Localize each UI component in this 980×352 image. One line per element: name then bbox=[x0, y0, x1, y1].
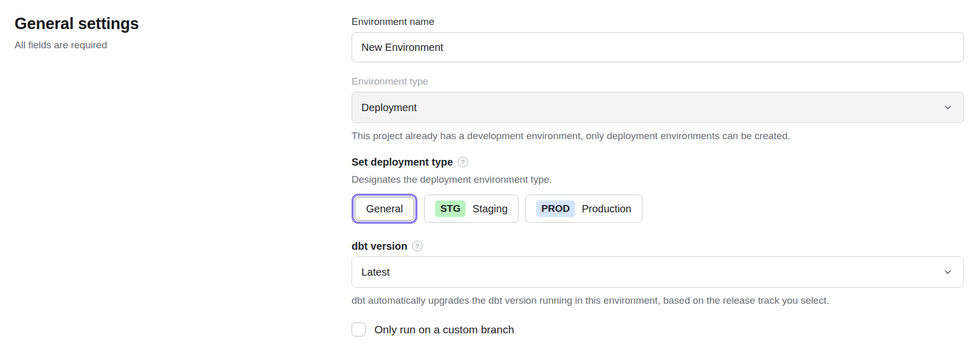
environment-name-input[interactable] bbox=[352, 32, 964, 62]
deployment-type-option-production[interactable]: PROD Production bbox=[525, 195, 642, 223]
environment-name-label: Environment name bbox=[352, 16, 964, 28]
deployment-type-option-staging[interactable]: STG Staging bbox=[424, 195, 519, 223]
production-badge: PROD bbox=[536, 200, 575, 217]
dbt-version-helper: dbt automatically upgrades the dbt versi… bbox=[352, 294, 964, 307]
option-production-label: Production bbox=[582, 203, 632, 215]
staging-badge: STG bbox=[435, 200, 466, 217]
environment-type-helper: This project already has a development e… bbox=[352, 130, 964, 142]
chevron-down-icon bbox=[944, 103, 952, 112]
option-staging-label: Staging bbox=[472, 203, 508, 215]
deployment-type-option-general[interactable]: General bbox=[355, 197, 414, 221]
dbt-version-value: Latest bbox=[361, 266, 389, 278]
deployment-type-options: General STG Staging PROD Production bbox=[352, 193, 964, 224]
help-icon[interactable]: ? bbox=[458, 157, 468, 167]
deployment-type-label-text: Set deployment type bbox=[352, 156, 453, 168]
deployment-type-option-general-selected-ring: General bbox=[352, 194, 417, 224]
page-header: General settings All fields are required bbox=[15, 15, 305, 51]
environment-type-select: Deployment bbox=[352, 92, 964, 123]
page-subtitle: All fields are required bbox=[15, 39, 305, 51]
chevron-down-icon bbox=[944, 268, 952, 276]
dbt-version-label-text: dbt version bbox=[352, 240, 408, 252]
help-icon[interactable]: ? bbox=[412, 241, 423, 251]
option-general-label: General bbox=[366, 203, 403, 215]
environment-type-value: Deployment bbox=[361, 102, 417, 114]
custom-branch-checkbox[interactable] bbox=[352, 322, 366, 336]
custom-branch-label: Only run on a custom branch bbox=[374, 323, 514, 336]
environment-type-label: Environment type bbox=[352, 75, 964, 88]
deployment-type-description: Designates the deployment environment ty… bbox=[352, 173, 964, 186]
custom-branch-row: Only run on a custom branch bbox=[352, 322, 964, 336]
deployment-type-label: Set deployment type ? bbox=[352, 156, 964, 168]
dbt-version-select[interactable]: Latest bbox=[352, 256, 964, 288]
page-title: General settings bbox=[15, 15, 305, 33]
environment-settings-form: Environment name Environment type Deploy… bbox=[352, 16, 964, 336]
dbt-version-label: dbt version ? bbox=[352, 240, 964, 252]
